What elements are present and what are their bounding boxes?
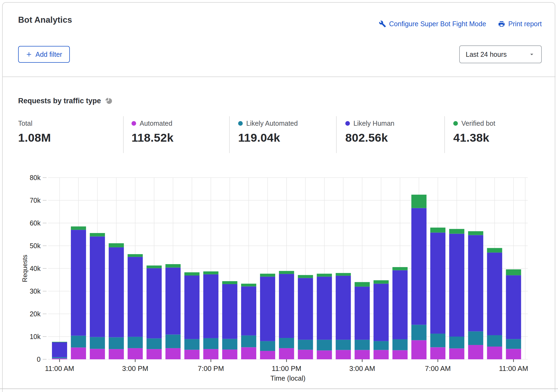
bar-segment-verified-bot[interactable] xyxy=(260,274,275,277)
configure-super-bot-fight-mode-link[interactable]: Configure Super Bot Fight Mode xyxy=(379,20,486,28)
bar-segment-likely-human[interactable] xyxy=(184,275,199,339)
bar-segment-automated[interactable] xyxy=(392,350,408,359)
bar-segment-automated[interactable] xyxy=(165,348,180,359)
bar-segment-verified-bot[interactable] xyxy=(468,231,483,235)
bar-segment-verified-bot[interactable] xyxy=(90,233,105,237)
bar-segment-likely-automated[interactable] xyxy=(506,339,521,349)
bar-segment-likely-automated[interactable] xyxy=(52,357,67,358)
stat-automated[interactable]: Automated 118.52k xyxy=(132,119,173,144)
bar-segment-automated[interactable] xyxy=(355,350,370,359)
bar-segment-likely-human[interactable] xyxy=(430,232,445,334)
bar-segment-automated[interactable] xyxy=(109,349,124,359)
bar-segment-automated[interactable] xyxy=(90,349,105,359)
bar-segment-likely-human[interactable] xyxy=(109,247,124,337)
bar-segment-automated[interactable] xyxy=(430,347,445,359)
bar-segment-likely-human[interactable] xyxy=(260,277,275,341)
bar-segment-likely-human[interactable] xyxy=(336,276,351,340)
bar-segment-automated[interactable] xyxy=(71,347,86,359)
bar-segment-verified-bot[interactable] xyxy=(317,274,332,277)
bar-segment-likely-automated[interactable] xyxy=(147,338,162,349)
bar-segment-verified-bot[interactable] xyxy=(52,342,67,342)
bar-segment-likely-automated[interactable] xyxy=(109,337,124,349)
bar-segment-verified-bot[interactable] xyxy=(355,282,370,287)
bar-segment-likely-automated[interactable] xyxy=(165,334,180,348)
bar-segment-likely-automated[interactable] xyxy=(128,337,143,348)
bar-segment-likely-human[interactable] xyxy=(241,286,256,335)
bar-segment-automated[interactable] xyxy=(128,348,143,359)
bar-segment-automated[interactable] xyxy=(260,351,275,359)
bar-segment-automated[interactable] xyxy=(449,348,464,359)
bar-segment-verified-bot[interactable] xyxy=(165,264,180,268)
bar-segment-likely-human[interactable] xyxy=(506,275,521,339)
bar-segment-likely-human[interactable] xyxy=(165,268,180,335)
bar-segment-verified-bot[interactable] xyxy=(336,273,351,276)
bar-segment-likely-human[interactable] xyxy=(317,277,332,340)
add-filter-button[interactable]: Add filter xyxy=(18,46,70,63)
bar-segment-likely-human[interactable] xyxy=(147,268,162,338)
bar-segment-likely-human[interactable] xyxy=(203,274,218,338)
bar-segment-likely-human[interactable] xyxy=(449,234,464,337)
bar-segment-likely-automated[interactable] xyxy=(487,335,502,347)
bar-segment-verified-bot[interactable] xyxy=(487,248,502,253)
bar-segment-automated[interactable] xyxy=(317,350,332,359)
bar-segment-likely-automated[interactable] xyxy=(203,338,218,349)
bar-segment-likely-human[interactable] xyxy=(355,287,370,340)
bar-segment-verified-bot[interactable] xyxy=(279,271,294,274)
bar-segment-automated[interactable] xyxy=(184,350,199,359)
bar-segment-likely-human[interactable] xyxy=(468,235,483,331)
bar-segment-likely-human[interactable] xyxy=(392,270,408,339)
bar-segment-verified-bot[interactable] xyxy=(203,271,218,274)
bar-segment-likely-human[interactable] xyxy=(373,284,389,341)
bar-segment-verified-bot[interactable] xyxy=(411,195,426,208)
bar-segment-automated[interactable] xyxy=(52,358,67,359)
bar-segment-verified-bot[interactable] xyxy=(71,227,86,230)
bar-segment-verified-bot[interactable] xyxy=(128,254,143,257)
bar-segment-automated[interactable] xyxy=(373,350,389,359)
bar-segment-likely-human[interactable] xyxy=(487,253,502,335)
bar-segment-likely-human[interactable] xyxy=(279,274,294,338)
bar-segment-likely-human[interactable] xyxy=(298,278,313,340)
stat-verified-bot[interactable]: Verified bot 41.38k xyxy=(453,119,495,144)
pie-chart-icon[interactable] xyxy=(105,97,113,105)
bar-segment-automated[interactable] xyxy=(506,349,521,359)
bar-segment-likely-human[interactable] xyxy=(71,230,86,335)
bar-segment-likely-automated[interactable] xyxy=(355,340,370,350)
bar-segment-likely-automated[interactable] xyxy=(411,325,426,340)
bar-segment-likely-automated[interactable] xyxy=(90,337,105,349)
bar-segment-automated[interactable] xyxy=(298,350,313,359)
bar-segment-verified-bot[interactable] xyxy=(147,265,162,268)
bar-segment-automated[interactable] xyxy=(487,347,502,359)
bar-segment-likely-automated[interactable] xyxy=(260,341,275,351)
bar-segment-likely-automated[interactable] xyxy=(373,341,389,350)
bar-segment-likely-automated[interactable] xyxy=(468,331,483,345)
bar-segment-likely-human[interactable] xyxy=(128,257,143,337)
stat-likely-human[interactable]: Likely Human 802.56k xyxy=(345,119,394,144)
bar-segment-automated[interactable] xyxy=(241,347,256,359)
bar-segment-verified-bot[interactable] xyxy=(430,228,445,232)
bar-segment-verified-bot[interactable] xyxy=(373,280,389,284)
bar-segment-likely-automated[interactable] xyxy=(430,334,445,347)
bar-segment-likely-human[interactable] xyxy=(411,208,426,325)
bar-segment-likely-automated[interactable] xyxy=(279,338,294,348)
stat-likely-automated[interactable]: Likely Automated 119.04k xyxy=(238,119,298,144)
bar-segment-likely-human[interactable] xyxy=(52,342,67,357)
bar-segment-likely-human[interactable] xyxy=(90,237,105,337)
bar-segment-automated[interactable] xyxy=(411,340,426,359)
bar-segment-likely-automated[interactable] xyxy=(241,335,256,347)
bar-segment-verified-bot[interactable] xyxy=(392,267,408,270)
bar-segment-likely-automated[interactable] xyxy=(184,339,199,350)
bar-segment-verified-bot[interactable] xyxy=(222,281,237,284)
bar-segment-likely-automated[interactable] xyxy=(71,336,86,348)
time-range-select[interactable]: Last 24 hours xyxy=(459,45,542,63)
bar-segment-automated[interactable] xyxy=(468,345,483,359)
bar-segment-likely-automated[interactable] xyxy=(222,339,237,349)
bar-segment-likely-automated[interactable] xyxy=(336,340,351,350)
bar-segment-automated[interactable] xyxy=(147,349,162,359)
bar-segment-automated[interactable] xyxy=(222,350,237,359)
bar-segment-verified-bot[interactable] xyxy=(184,272,199,275)
bar-segment-automated[interactable] xyxy=(203,349,218,359)
bar-segment-likely-automated[interactable] xyxy=(317,340,332,350)
bar-segment-likely-automated[interactable] xyxy=(298,340,313,350)
bar-segment-verified-bot[interactable] xyxy=(241,284,256,286)
bar-segment-verified-bot[interactable] xyxy=(449,229,464,234)
